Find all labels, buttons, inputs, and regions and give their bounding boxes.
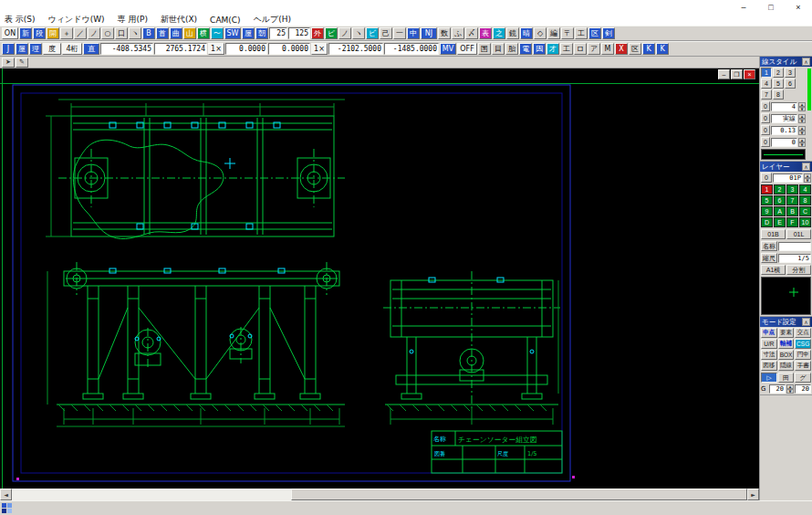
drawing-canvas[interactable]: – ❐ × [0,68,759,489]
layer-button[interactable]: 1 [761,184,773,194]
toolbar-button[interactable]: 曲 [170,27,182,39]
toolbar-button[interactable]: 25 [269,27,287,39]
line-type-button[interactable]: 7 [761,89,772,100]
spinner-icon[interactable]: ▲▼ [798,138,806,147]
line-style-value-field[interactable]: 実線 [771,114,797,123]
mode-button[interactable]: 中点 [761,328,777,338]
layer-group-button[interactable]: 01B [761,229,786,239]
toolbar-button[interactable]: X [615,43,628,55]
toolbar-button[interactable]: 国 [478,43,491,55]
toolbar-button[interactable]: 編 [547,27,560,39]
line-style-index-button[interactable]: 0 [761,101,770,111]
toolbar-button[interactable]: 工 [575,27,588,39]
scale-field[interactable]: 1/5 [778,254,811,263]
spinner-icon[interactable]: ▲▼ [798,114,806,123]
toolbar-button[interactable]: ＋ [60,27,73,39]
toolbar-button[interactable]: 度 [43,43,61,55]
grid-x-field[interactable]: 20 [769,384,786,394]
layer-name-field[interactable] [778,242,811,251]
toolbar-button[interactable]: ふ [452,27,464,39]
current-layer-name-field[interactable]: 01P [773,173,803,183]
toolbar-button[interactable]: ヽ [352,27,365,39]
mode-button[interactable]: 交点 [795,328,811,338]
toolbar-button[interactable]: 125 [288,27,310,39]
toolbar-button[interactable]: ON [2,27,18,39]
subtool-button[interactable]: ✎ [16,58,28,68]
layer-button[interactable]: B [786,206,798,216]
layer-button[interactable]: 10 [799,217,811,227]
toolbar-button[interactable]: -408.5345 [100,43,153,55]
toolbar-button[interactable]: ビ [366,27,379,39]
window-minimize-button[interactable]: – [730,0,757,14]
toolbar-button[interactable]: 〒 [561,27,574,39]
toolbar-button[interactable]: 己 [380,27,392,39]
mode-button[interactable]: BOX [778,350,795,360]
toolbar-button[interactable]: 山 [183,27,196,39]
toolbar-button[interactable]: B [142,27,155,39]
toolbar-button[interactable]: 2765.1724 [154,43,207,55]
toolbar-button[interactable]: J [2,43,15,55]
toolbar-button[interactable]: 1× [208,43,224,55]
window-maximize-button[interactable]: □ [757,0,785,14]
toolbar-button[interactable]: 中 [407,27,420,39]
toolbar-button[interactable]: 胎 [505,43,518,55]
toolbar-button[interactable]: NJ [421,27,437,39]
toolbar-button[interactable]: 一 [393,27,406,39]
menu-item[interactable]: 新世代(X) [161,14,197,26]
toolbar-button[interactable]: 0.0000 [268,43,310,55]
toolbar-button[interactable]: K [642,43,655,55]
collapse-icon[interactable]: ∧ [802,58,810,66]
window-close-button[interactable]: × [785,0,812,14]
layer-button[interactable]: 7 [786,195,798,205]
toolbar-button[interactable]: 横 [197,27,210,39]
toolbar-button[interactable]: 工 [560,43,573,55]
scroll-left-icon[interactable]: ◄ [0,489,12,500]
toolbar-button[interactable]: 表 [479,27,492,39]
line-type-button[interactable]: 5 [773,79,784,89]
toolbar-button[interactable]: ロ [574,43,587,55]
toolbar-button[interactable]: 理 [29,43,42,55]
toolbar-button[interactable]: 才 [547,43,559,55]
toolbar-button[interactable]: 電 [519,43,532,55]
collapse-icon[interactable]: ∧ [802,163,810,171]
layer-button[interactable]: E [774,217,786,227]
line-type-button[interactable]: 3 [785,68,796,78]
toolbar-button[interactable]: 鏡 [506,27,519,39]
layer-button[interactable]: F [786,217,798,227]
toolbar-button[interactable]: OFF [457,43,477,55]
sheet-size-button[interactable]: A1横 [761,265,786,275]
menu-item[interactable]: 表 示(S) [5,14,36,26]
toolbar-button[interactable]: K [656,43,669,55]
toolbar-button[interactable]: ノ [88,27,100,39]
mode-tool-button[interactable]: 田 [778,373,795,383]
menu-item[interactable]: ウィンドウ(W) [48,14,105,26]
line-type-button[interactable]: 4 [761,79,772,89]
layer-button[interactable]: A [774,206,786,216]
layer-button[interactable]: 4 [799,184,811,194]
mode-button[interactable]: 寸法 [761,350,777,360]
toolbar-button[interactable]: ピ [325,27,338,39]
grid-app-icon[interactable] [2,503,12,513]
toolbar-button[interactable]: 直 [83,43,99,55]
current-layer-button[interactable]: 0 [761,173,772,183]
grid-y-field[interactable]: 20 [795,384,811,394]
line-style-index-button[interactable]: 0 [761,113,770,123]
spinner-icon[interactable]: ▲▼ [798,126,806,135]
toolbar-button[interactable]: 段 [33,27,46,39]
toolbar-button[interactable]: 1× [311,43,328,55]
line-type-button[interactable]: 6 [785,79,796,89]
toolbar-button[interactable]: SW [224,27,241,39]
subtool-button[interactable]: ➤ [2,58,15,68]
horizontal-scrollbar[interactable]: ◄ ► [0,489,759,500]
mode-button[interactable]: 軸補 [778,339,795,349]
toolbar-button[interactable]: 外 [311,27,324,39]
toolbar-button[interactable]: 之 [493,27,505,39]
layer-button[interactable]: 3 [786,184,798,194]
toolbar-button[interactable]: 口 [115,27,128,39]
toolbar-button[interactable]: ／ [74,27,87,39]
toolbar-button[interactable]: ア [588,43,600,55]
toolbar-button[interactable]: 屋 [16,43,28,55]
mode-button[interactable]: 隠線 [778,361,795,371]
line-style-value-field[interactable]: 0 [771,138,797,147]
mode-button[interactable]: U/R [761,339,777,349]
